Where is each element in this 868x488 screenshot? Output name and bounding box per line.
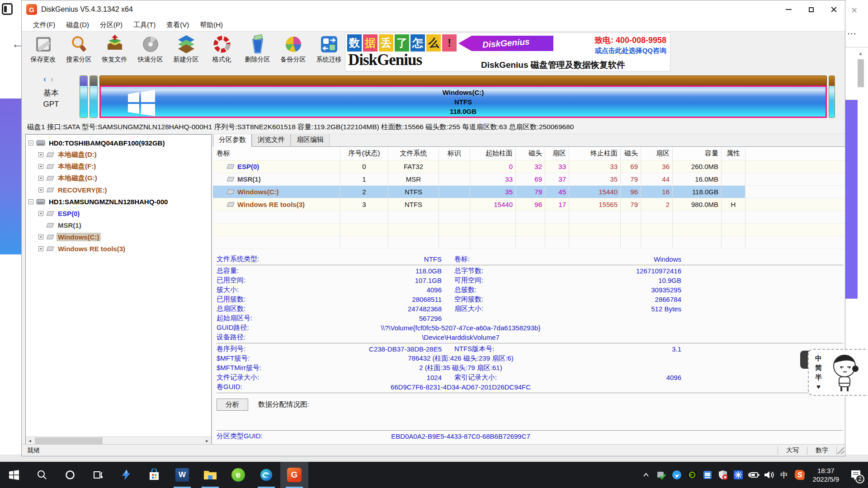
partition-block-windows[interactable]: Windows(C:) NTFS 118.0GB: [99, 75, 827, 118]
backup-partition-button[interactable]: 备份分区: [275, 32, 311, 70]
more-options-icon[interactable]: ⋯: [847, 28, 857, 39]
col-index-status[interactable]: 序号(状态): [340, 147, 388, 160]
close-button[interactable]: [822, 0, 845, 19]
tray-power-icon[interactable]: [747, 462, 760, 488]
background-app-icon[interactable]: [2, 3, 13, 15]
tab-sector-edit[interactable]: 扇区编辑: [291, 134, 330, 146]
tree-horizontal-scrollbar[interactable]: ◂ ▸: [26, 436, 211, 444]
menu-partition[interactable]: 分区(P): [95, 19, 127, 31]
format-button[interactable]: 格式化: [204, 32, 240, 70]
menu-disk[interactable]: 磁盘(D): [61, 19, 94, 31]
expander-icon[interactable]: −: [28, 141, 33, 145]
tray-ime-indicator[interactable]: 中: [778, 462, 791, 488]
tray-sogou-icon[interactable]: S: [793, 462, 807, 488]
col-start-cylinder[interactable]: 起始柱面: [470, 147, 516, 160]
tree-item-disk-g[interactable]: + 本地磁盘(G:): [26, 172, 211, 184]
col-filesystem[interactable]: 文件系统: [388, 147, 439, 160]
col-start-sector[interactable]: 扇区: [545, 147, 569, 160]
col-tag[interactable]: 标识: [439, 147, 470, 160]
banner-qq-link[interactable]: 或点击此处选择QQ咨询: [594, 47, 666, 55]
sogou-char[interactable]: 简: [815, 363, 822, 372]
start-button[interactable]: [0, 462, 28, 488]
tray-expand-button[interactable]: [639, 462, 653, 488]
delete-partition-button[interactable]: 删除分区: [240, 32, 275, 70]
notification-center-button[interactable]: 2: [845, 462, 866, 488]
save-changes-button[interactable]: 保存更改: [25, 32, 61, 70]
scrollbar-thumb[interactable]: [35, 437, 103, 444]
task-view-button[interactable]: [84, 462, 112, 488]
new-partition-button[interactable]: 新建分区: [168, 32, 204, 70]
menu-help[interactable]: 帮助(H): [195, 19, 228, 31]
background-close-icon[interactable]: ✕: [851, 5, 858, 15]
ad-banner[interactable]: 数 据 丢 了 怎 么 ! DiskGenius DiskGenius 致电: …: [345, 33, 670, 71]
cortana-button[interactable]: [56, 462, 84, 488]
expander-icon[interactable]: +: [38, 164, 43, 169]
partition-block-esp[interactable]: [80, 75, 88, 118]
tray-dingtalk-icon[interactable]: [670, 462, 684, 488]
tree-item-disk-d[interactable]: + 本地磁盘(D:): [26, 149, 211, 160]
expander-icon[interactable]: +: [38, 176, 43, 181]
sogou-heart-icon[interactable]: ♥: [815, 382, 822, 391]
next-disk-icon[interactable]: ›: [51, 75, 53, 84]
expander-icon[interactable]: +: [38, 188, 43, 192]
menu-tools[interactable]: 工具(T): [128, 19, 160, 31]
taskbar-app-explorer[interactable]: [196, 462, 224, 488]
partition-block-msr[interactable]: [90, 75, 98, 118]
tab-partition-params[interactable]: 分区参数: [213, 134, 252, 147]
partition-block-re-tools[interactable]: [829, 75, 835, 118]
col-attributes[interactable]: 属性: [722, 147, 745, 160]
tree-item-disk-f[interactable]: + 本地磁盘(F:): [26, 160, 211, 172]
col-end-cylinder[interactable]: 终止柱面: [569, 147, 621, 160]
recover-files-button[interactable]: 恢复文件: [97, 32, 132, 70]
tree-item-msr[interactable]: MSR(1): [26, 219, 211, 231]
pinned-app-store[interactable]: [140, 462, 168, 488]
col-end-sector[interactable]: 扇区: [641, 147, 673, 160]
tab-browse-files[interactable]: 浏览文件: [252, 134, 291, 146]
col-volume-label[interactable]: 卷标: [213, 147, 340, 160]
tray-intel-graphics-icon[interactable]: [701, 462, 714, 488]
table-row-windows-c[interactable]: Windows(C:) 2 NTFS 35 79 45 15440 96 16 …: [213, 186, 845, 198]
table-row-windows-re[interactable]: Windows RE tools(3) 3 NTFS 15440 96 17 1…: [213, 198, 845, 211]
titlebar[interactable]: G DiskGenius V5.4.3.1342 x64: [22, 0, 845, 19]
search-partition-button[interactable]: 搜索分区: [61, 32, 97, 70]
expander-icon[interactable]: +: [38, 235, 43, 239]
pinned-app-flash[interactable]: [112, 462, 140, 488]
col-start-head[interactable]: 磁头: [516, 147, 545, 160]
taskbar-app-word[interactable]: W: [168, 462, 196, 488]
expander-icon[interactable]: +: [38, 246, 43, 251]
tree-item-esp[interactable]: + ESP(0): [26, 207, 211, 219]
scrollbar-track[interactable]: [34, 437, 203, 445]
system-migrate-button[interactable]: 系统迁移: [311, 32, 347, 70]
taskbar-app-diskgenius[interactable]: G: [280, 462, 308, 488]
expander-icon[interactable]: +: [38, 211, 43, 216]
menu-file[interactable]: 文件(F): [28, 19, 60, 31]
sogou-input-widget[interactable]: 中 简 半 ♥: [808, 349, 868, 396]
tree-item-hd1[interactable]: − HD1:SAMSUNGMZNLN128HAHQ-000: [26, 196, 211, 207]
scrollbar-thumb[interactable]: [858, 59, 864, 87]
expander-icon[interactable]: +: [38, 152, 43, 157]
taskbar-app-edge[interactable]: [252, 462, 280, 488]
table-row-msr[interactable]: MSR(1) 1 MSR 33 69 37 35 79 44 16.0MB: [213, 173, 845, 186]
maximize-button[interactable]: [800, 0, 822, 19]
sogou-char[interactable]: 中: [815, 353, 822, 363]
col-capacity[interactable]: 容量: [673, 147, 722, 160]
expander-icon[interactable]: −: [28, 199, 33, 204]
tree-item-windows-re[interactable]: + Windows RE tools(3): [26, 243, 211, 254]
resize-grip[interactable]: [837, 447, 844, 454]
analyze-button[interactable]: 分析: [217, 399, 248, 411]
tree-item-windows-c[interactable]: + Windows(C:): [26, 231, 211, 243]
tray-volume-icon[interactable]: [762, 462, 776, 488]
prev-disk-icon[interactable]: ‹: [43, 75, 46, 84]
scroll-left-icon[interactable]: ◂: [26, 437, 34, 445]
tree-item-recovery-e[interactable]: + RECOVERY(E:): [26, 184, 211, 196]
tree-item-hd0[interactable]: − HD0:TOSHIBAMQ04ABF100(932GB): [26, 137, 211, 149]
minimize-button[interactable]: [777, 0, 800, 19]
scroll-up-icon[interactable]: ▲: [858, 51, 863, 56]
tray-update-icon[interactable]: [655, 462, 668, 488]
quick-partition-button[interactable]: 快速分区: [132, 32, 168, 70]
menu-view[interactable]: 查看(V): [161, 19, 194, 31]
tray-snowflake-icon[interactable]: [731, 462, 745, 488]
taskbar-clock[interactable]: 18:37 2022/5/9: [808, 466, 844, 483]
scroll-right-icon[interactable]: ▸: [203, 437, 211, 445]
search-button[interactable]: [28, 462, 56, 488]
